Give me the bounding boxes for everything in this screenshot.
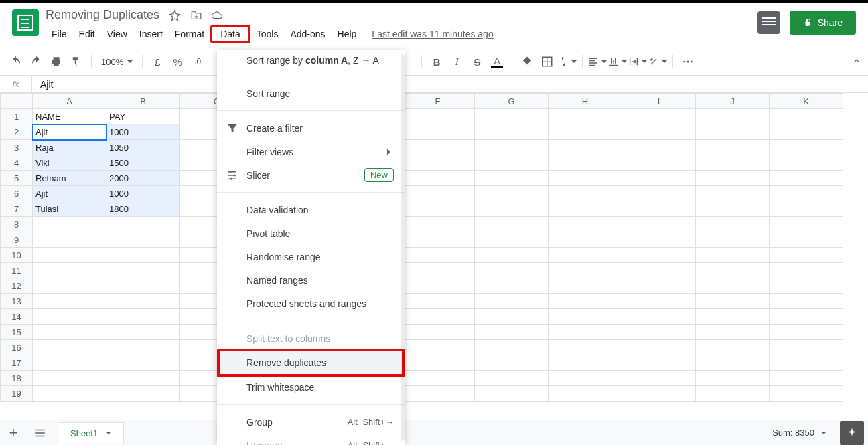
cell[interactable] xyxy=(622,171,696,186)
cell[interactable] xyxy=(106,263,180,278)
cell[interactable] xyxy=(475,232,549,248)
cell[interactable] xyxy=(401,217,475,232)
cell[interactable] xyxy=(549,278,622,294)
cell[interactable] xyxy=(696,309,770,325)
cell[interactable] xyxy=(696,155,770,171)
menu-pivot-table[interactable]: Pivot table xyxy=(217,221,405,245)
col-header[interactable]: K xyxy=(770,94,843,109)
cell[interactable] xyxy=(696,109,770,124)
cell[interactable] xyxy=(33,278,106,294)
cell[interactable] xyxy=(770,386,843,402)
cell[interactable] xyxy=(401,278,475,294)
cell[interactable] xyxy=(696,263,770,278)
cell[interactable] xyxy=(401,248,475,263)
cell[interactable] xyxy=(622,232,696,248)
cell[interactable] xyxy=(770,294,843,309)
menu-protected[interactable]: Protected sheets and ranges xyxy=(217,292,405,315)
cell[interactable] xyxy=(696,217,770,232)
cell[interactable] xyxy=(475,309,549,325)
cell[interactable] xyxy=(770,325,843,340)
cell[interactable] xyxy=(33,386,106,402)
cell[interactable] xyxy=(33,325,106,340)
zoom-dropdown[interactable]: 100% xyxy=(97,57,137,67)
cell[interactable] xyxy=(696,371,770,386)
cell[interactable] xyxy=(770,140,843,155)
cell[interactable] xyxy=(401,186,475,201)
cell[interactable] xyxy=(106,294,180,309)
cell[interactable] xyxy=(770,355,843,371)
cell[interactable]: NAME xyxy=(33,109,106,124)
rotate-icon[interactable] xyxy=(648,52,667,71)
fill-color-icon[interactable] xyxy=(518,52,536,71)
cell[interactable] xyxy=(696,294,770,309)
all-sheets-button[interactable] xyxy=(27,420,54,446)
cell[interactable] xyxy=(622,248,696,263)
cell[interactable] xyxy=(549,109,622,124)
cell[interactable] xyxy=(770,217,843,232)
wrap-icon[interactable] xyxy=(628,52,647,71)
menu-data-validation[interactable]: Data validation xyxy=(217,198,405,221)
cell[interactable] xyxy=(622,186,696,201)
row-header[interactable]: 5 xyxy=(1,171,33,186)
cell[interactable] xyxy=(696,386,770,402)
cell[interactable] xyxy=(696,355,770,371)
menu-tools[interactable]: Tools xyxy=(250,25,285,43)
cell[interactable] xyxy=(549,232,622,248)
cell[interactable]: Retnam xyxy=(33,171,106,186)
cell[interactable] xyxy=(401,201,475,217)
cell[interactable] xyxy=(106,232,180,248)
cell[interactable] xyxy=(696,186,770,201)
cell[interactable] xyxy=(401,309,475,325)
cell[interactable]: 2000 xyxy=(106,171,180,186)
cell[interactable]: 1000 xyxy=(106,124,180,140)
cell[interactable] xyxy=(549,263,622,278)
menu-file[interactable]: File xyxy=(46,25,73,43)
strikethrough-icon[interactable]: S xyxy=(467,52,486,71)
cell[interactable] xyxy=(401,263,475,278)
row-header[interactable]: 7 xyxy=(1,201,33,217)
cell[interactable] xyxy=(696,278,770,294)
merge-icon[interactable] xyxy=(558,52,577,71)
cell[interactable] xyxy=(770,155,843,171)
undo-icon[interactable] xyxy=(7,52,25,71)
cell[interactable] xyxy=(622,386,696,402)
italic-icon[interactable]: I xyxy=(447,52,466,71)
cell[interactable] xyxy=(106,325,180,340)
row-header[interactable]: 9 xyxy=(1,232,33,248)
col-header[interactable]: A xyxy=(33,94,106,109)
cell[interactable] xyxy=(401,355,475,371)
cell[interactable]: 1050 xyxy=(106,140,180,155)
cell[interactable] xyxy=(475,201,549,217)
cell[interactable] xyxy=(770,124,843,140)
row-header[interactable]: 17 xyxy=(1,355,33,371)
menu-remove-duplicates[interactable]: Remove duplicates xyxy=(217,349,405,377)
cell[interactable]: PAY xyxy=(106,109,180,124)
cell[interactable] xyxy=(622,263,696,278)
sheet-tab[interactable]: Sheet1 xyxy=(58,422,124,444)
cell[interactable] xyxy=(549,355,622,371)
row-header[interactable]: 10 xyxy=(1,248,33,263)
menu-randomise[interactable]: Randomise range xyxy=(217,245,405,268)
cell[interactable] xyxy=(696,232,770,248)
bold-icon[interactable]: B xyxy=(427,52,446,71)
cell[interactable] xyxy=(549,124,622,140)
cell[interactable] xyxy=(622,309,696,325)
row-header[interactable]: 14 xyxy=(1,309,33,325)
cell[interactable] xyxy=(33,355,106,371)
col-header[interactable]: J xyxy=(696,94,770,109)
menu-format[interactable]: Format xyxy=(169,25,210,43)
cell[interactable] xyxy=(622,294,696,309)
cell[interactable] xyxy=(622,340,696,355)
redo-icon[interactable] xyxy=(27,52,46,71)
cell[interactable] xyxy=(549,325,622,340)
cell[interactable] xyxy=(549,201,622,217)
cell[interactable] xyxy=(475,263,549,278)
cell[interactable] xyxy=(770,278,843,294)
cell[interactable] xyxy=(106,386,180,402)
cell[interactable] xyxy=(401,140,475,155)
cell[interactable]: Ajit xyxy=(33,124,106,140)
row-header[interactable]: 8 xyxy=(1,217,33,232)
cell[interactable] xyxy=(475,294,549,309)
cell[interactable] xyxy=(475,155,549,171)
explore-button[interactable] xyxy=(840,421,864,445)
